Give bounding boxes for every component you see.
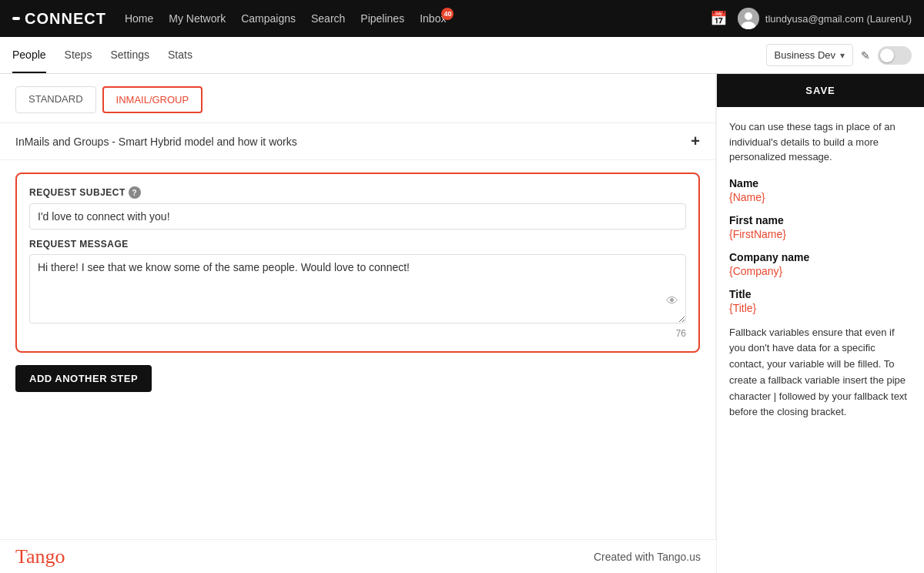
created-with: Created with Tango.us	[594, 551, 701, 563]
char-count: 76	[29, 328, 686, 339]
subject-help-icon[interactable]: ?	[129, 186, 141, 199]
subject-input[interactable]	[29, 203, 686, 230]
tag-company-value: {Company}	[729, 265, 912, 277]
main-content: STANDARD INMAIL/GROUP InMails and Groups…	[0, 74, 924, 573]
step-card: REQUEST SUBJECT ? REQUEST MESSAGE 👁 76	[15, 173, 700, 353]
nav-my-network[interactable]: My Network	[169, 12, 226, 25]
campaign-selector[interactable]: Business Dev ▾	[766, 44, 853, 66]
nav-right: 📅 tlundyusa@gmail.com (LaurenU)	[710, 8, 912, 29]
request-subject-label: REQUEST SUBJECT ?	[29, 186, 686, 199]
campaign-title-bar: InMails and Groups - Smart Hybrid model …	[0, 122, 715, 160]
tag-firstname-label: First name	[729, 214, 912, 226]
sub-nav: People Steps Settings Stats Business Dev…	[0, 37, 924, 74]
request-message-label: REQUEST MESSAGE	[29, 239, 686, 250]
add-step-button[interactable]: ADD ANOTHER STEP	[15, 365, 152, 392]
step-tabs: STANDARD INMAIL/GROUP	[0, 74, 715, 113]
logo-box	[12, 17, 20, 20]
tag-name-value: {Name}	[729, 191, 912, 203]
tags-panel: You can use these tags in place of an in…	[717, 107, 924, 573]
sub-nav-right: Business Dev ▾ ✎	[766, 44, 912, 66]
tango-logo: Tango	[15, 545, 65, 568]
eye-icon[interactable]: 👁	[666, 294, 678, 308]
app-logo[interactable]: CONNECT	[12, 10, 106, 28]
nav-home[interactable]: Home	[125, 12, 153, 25]
chevron-down-icon: ▾	[840, 50, 845, 61]
nav-links: Home My Network Campaigns Search Pipelin…	[125, 12, 691, 25]
tab-standard[interactable]: STANDARD	[15, 86, 96, 113]
campaign-selector-label: Business Dev	[775, 49, 835, 61]
tag-name: Name {Name}	[729, 177, 912, 203]
calendar-icon[interactable]: 📅	[710, 10, 727, 27]
message-textarea[interactable]	[29, 254, 686, 323]
tag-firstname: First name {FirstName}	[729, 214, 912, 240]
tag-company: Company name {Company}	[729, 251, 912, 277]
tag-title: Title {Title}	[729, 288, 912, 314]
tag-company-label: Company name	[729, 251, 912, 263]
tag-title-label: Title	[729, 288, 912, 300]
message-textarea-wrap: 👁	[29, 254, 686, 327]
left-panel: STANDARD INMAIL/GROUP InMails and Groups…	[0, 74, 716, 573]
footer: Tango Created with Tango.us	[0, 539, 716, 573]
inbox-badge: 40	[441, 8, 454, 20]
tab-stats[interactable]: Stats	[168, 38, 192, 73]
user-email: tlundyusa@gmail.com (LaurenU)	[765, 13, 912, 25]
top-nav: CONNECT Home My Network Campaigns Search…	[0, 0, 924, 37]
tab-inmail-group[interactable]: INMAIL/GROUP	[102, 86, 203, 113]
fallback-text: Fallback variables ensure that even if y…	[729, 325, 912, 421]
user-menu[interactable]: tlundyusa@gmail.com (LaurenU)	[738, 8, 912, 29]
tag-firstname-value: {FirstName}	[729, 228, 912, 240]
save-button[interactable]: SAVE	[717, 74, 924, 107]
tab-settings[interactable]: Settings	[110, 38, 149, 73]
add-campaign-button[interactable]: +	[691, 132, 700, 150]
campaign-title-text: InMails and Groups - Smart Hybrid model …	[15, 136, 297, 148]
edit-icon[interactable]: ✎	[861, 49, 870, 62]
nav-campaigns[interactable]: Campaigns	[241, 12, 296, 25]
tab-steps[interactable]: Steps	[65, 38, 92, 73]
svg-point-1	[745, 12, 752, 20]
tab-people[interactable]: People	[12, 38, 46, 73]
logo-text: CONNECT	[25, 10, 106, 28]
sub-nav-tabs: People Steps Settings Stats	[12, 38, 766, 73]
tags-intro: You can use these tags in place of an in…	[729, 119, 912, 165]
right-panel: SAVE You can use these tags in place of …	[716, 74, 924, 573]
nav-inbox[interactable]: Inbox 40	[420, 12, 446, 25]
avatar	[738, 8, 759, 29]
campaign-toggle[interactable]	[878, 46, 912, 65]
nav-pipelines[interactable]: Pipelines	[360, 12, 404, 25]
tag-title-value: {Title}	[729, 302, 912, 314]
tag-name-label: Name	[729, 177, 912, 189]
nav-search[interactable]: Search	[311, 12, 345, 25]
